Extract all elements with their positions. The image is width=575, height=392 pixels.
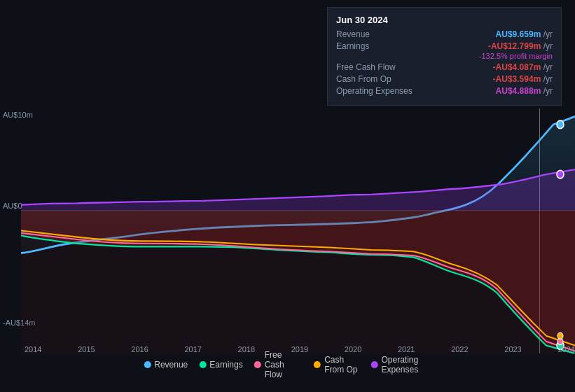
tooltip-revenue-row: Revenue AU$9.659m /yr bbox=[336, 29, 553, 39]
free-cash-value: -AU$4.087m /yr bbox=[493, 62, 553, 72]
legend-dot-revenue bbox=[144, 361, 151, 368]
earnings-value: -AU$12.799m /yr bbox=[488, 41, 553, 51]
legend-cash-from-op[interactable]: Cash From Op bbox=[314, 355, 359, 374]
tooltip: Jun 30 2024 Revenue AU$9.659m /yr Earnin… bbox=[327, 7, 562, 106]
legend-free-cash-flow[interactable]: Free Cash Flow bbox=[254, 350, 303, 379]
x-label-2023: 2023 bbox=[504, 345, 521, 354]
legend-label-free-cash: Free Cash Flow bbox=[265, 350, 303, 379]
legend-dot-earnings bbox=[199, 361, 206, 368]
chart-container: Jun 30 2024 Revenue AU$9.659m /yr Earnin… bbox=[0, 0, 575, 392]
legend-operating-expenses[interactable]: Operating Expenses bbox=[370, 355, 431, 374]
legend-label-op-exp: Operating Expenses bbox=[381, 355, 431, 374]
revenue-label: Revenue bbox=[336, 29, 370, 39]
legend-revenue[interactable]: Revenue bbox=[144, 360, 188, 370]
legend-label-earnings: Earnings bbox=[209, 360, 242, 370]
profit-margin: -132.5% profit margin bbox=[336, 52, 553, 60]
revenue-value: AU$9.659m /yr bbox=[496, 29, 553, 39]
legend-dot-op-exp bbox=[370, 361, 377, 368]
tooltip-op-exp-row: Operating Expenses AU$4.888m /yr bbox=[336, 86, 553, 96]
x-label-2014: 2014 bbox=[25, 345, 41, 354]
x-label-2015: 2015 bbox=[78, 345, 95, 354]
tooltip-cash-op-row: Cash From Op -AU$3.594m /yr bbox=[336, 74, 553, 84]
chart-svg[interactable] bbox=[21, 108, 575, 354]
op-exp-value: AU$4.888m /yr bbox=[496, 86, 553, 96]
x-label-2022: 2022 bbox=[451, 345, 468, 354]
svg-point-4 bbox=[557, 170, 564, 178]
chart-legend: Revenue Earnings Free Cash Flow Cash Fro… bbox=[144, 350, 431, 379]
y-label-zero: AU$0 bbox=[3, 202, 22, 210]
tooltip-free-cash-row: Free Cash Flow -AU$4.087m /yr bbox=[336, 62, 553, 72]
svg-point-6 bbox=[557, 332, 563, 339]
legend-earnings[interactable]: Earnings bbox=[199, 360, 242, 370]
svg-point-2 bbox=[557, 120, 564, 128]
cash-op-label: Cash From Op bbox=[336, 74, 392, 84]
earnings-label: Earnings bbox=[336, 41, 369, 51]
free-cash-label: Free Cash Flow bbox=[336, 62, 396, 72]
legend-label-revenue: Revenue bbox=[154, 360, 188, 370]
legend-label-cash-op: Cash From Op bbox=[324, 355, 359, 374]
x-label-2024: 2024 bbox=[557, 345, 574, 354]
op-exp-label: Operating Expenses bbox=[336, 86, 413, 96]
cash-op-value: -AU$3.594m /yr bbox=[493, 74, 553, 84]
tooltip-date: Jun 30 2024 bbox=[336, 15, 553, 25]
legend-dot-free-cash bbox=[254, 361, 261, 368]
legend-dot-cash-op bbox=[314, 361, 321, 368]
tooltip-earnings-row: Earnings -AU$12.799m /yr bbox=[336, 41, 553, 51]
